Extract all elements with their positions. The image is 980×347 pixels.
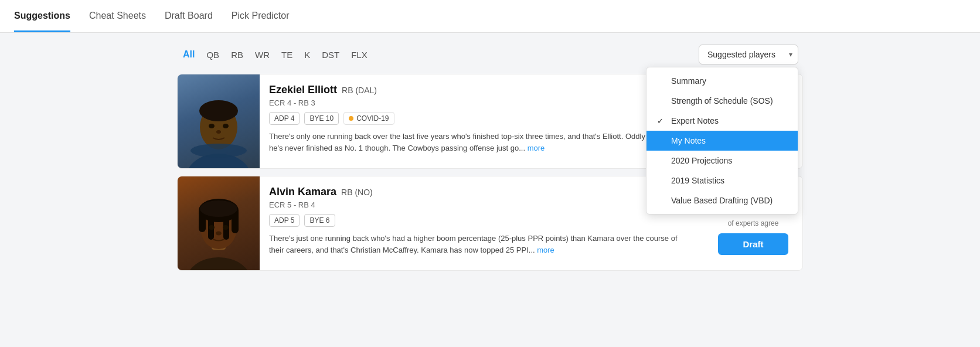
draft-button-alvin[interactable]: Draft xyxy=(718,233,788,255)
badges-ezekiel: ADP 4 BYE 10 COVID-19 xyxy=(269,112,695,125)
check-icon-summary xyxy=(657,77,666,86)
covid-dot-icon xyxy=(349,116,353,121)
badge-bye-ezekiel: BYE 10 xyxy=(304,112,339,125)
check-icon-statistics xyxy=(657,176,666,185)
dropdown-item-sos[interactable]: Strength of Schedule (SOS) xyxy=(646,91,798,111)
pos-filter-rb[interactable]: RB xyxy=(230,47,244,62)
pos-filter-dst[interactable]: DST xyxy=(321,47,341,62)
pos-filter-qb[interactable]: QB xyxy=(205,47,220,62)
badge-adp-ezekiel: ADP 4 xyxy=(269,112,300,125)
suggested-players-dropdown-wrapper: Suggested players ▾ Summary Strength of … xyxy=(699,45,798,64)
suggested-players-select[interactable]: Suggested players xyxy=(699,45,798,64)
pos-filter-all[interactable]: All xyxy=(182,47,196,62)
dropdown-item-my-notes[interactable]: My Notes xyxy=(646,131,798,151)
svg-point-16 xyxy=(200,200,237,217)
player-blurb-alvin: There's just one running back who's had … xyxy=(269,233,679,256)
svg-point-17 xyxy=(209,225,215,230)
badge-adp-alvin: ADP 5 xyxy=(269,214,300,227)
check-icon-projections xyxy=(657,157,666,165)
player-photo-ezekiel xyxy=(178,74,260,168)
check-icon-expert-notes: ✓ xyxy=(657,117,666,125)
player-info-ezekiel: Ezekiel Elliott RB (DAL) ECR 4 - RB 3 AD… xyxy=(260,74,704,168)
svg-point-6 xyxy=(216,130,221,134)
position-filters: All QB RB WR TE K DST FLX xyxy=(182,47,369,62)
player-name-alvin: Alvin Kamara xyxy=(269,186,336,198)
dropdown-item-expert-notes[interactable]: ✓ Expert Notes xyxy=(646,111,798,131)
filter-bar: All QB RB WR TE K DST FLX Suggested play… xyxy=(177,45,803,64)
badge-covid-ezekiel: COVID-19 xyxy=(343,112,394,125)
nav-item-draft-board[interactable]: Draft Board xyxy=(165,0,213,32)
svg-point-5 xyxy=(223,124,229,128)
check-icon-vbd xyxy=(657,196,666,205)
nav-item-cheat-sheets[interactable]: Cheat Sheets xyxy=(89,0,146,32)
player-name-row-alvin: Alvin Kamara RB (NO) xyxy=(269,186,695,198)
nav-item-pick-predictor[interactable]: Pick Predictor xyxy=(232,0,290,32)
nav-bar: Suggestions Cheat Sheets Draft Board Pic… xyxy=(0,0,980,33)
player-info-alvin: Alvin Kamara RB (NO) ECR 5 - RB 4 ADP 5 … xyxy=(260,176,704,270)
svg-point-8 xyxy=(186,257,251,270)
experts-label-alvin: of experts agree xyxy=(728,219,779,227)
dropdown-item-statistics[interactable]: 2019 Statistics xyxy=(646,171,798,190)
nav-item-suggestions[interactable]: Suggestions xyxy=(14,0,70,32)
player-ecr-alvin: ECR 5 - RB 4 xyxy=(269,200,695,209)
player-ecr-ezekiel: ECR 4 - RB 3 xyxy=(269,98,695,107)
player-pos-team-alvin: RB (NO) xyxy=(341,188,373,197)
svg-point-19 xyxy=(216,232,222,236)
pos-filter-wr[interactable]: WR xyxy=(254,47,271,62)
ezekiel-photo-svg xyxy=(178,74,260,168)
dropdown-item-vbd[interactable]: Value Based Drafting (VBD) xyxy=(646,190,798,210)
svg-point-4 xyxy=(209,124,215,128)
dropdown-item-projections[interactable]: 2020 Projections xyxy=(646,151,798,171)
alvin-photo-svg xyxy=(178,176,260,270)
player-blurb-ezekiel: There's only one running back over the l… xyxy=(269,131,679,154)
player-pos-team-ezekiel: RB (DAL) xyxy=(342,86,377,95)
check-icon-my-notes xyxy=(657,137,666,145)
pos-filter-te[interactable]: TE xyxy=(280,47,294,62)
pos-filter-flx[interactable]: FLX xyxy=(350,47,369,62)
player-name-row-ezekiel: Ezekiel Elliott RB (DAL) xyxy=(269,84,695,96)
dropdown-menu: Summary Strength of Schedule (SOS) ✓ Exp… xyxy=(646,67,798,215)
player-name-ezekiel: Ezekiel Elliott xyxy=(269,84,337,96)
more-link-alvin[interactable]: more xyxy=(537,246,554,254)
svg-point-3 xyxy=(199,100,238,121)
check-icon-sos xyxy=(657,97,666,106)
dropdown-item-summary[interactable]: Summary xyxy=(646,71,798,91)
svg-point-7 xyxy=(190,144,247,158)
svg-point-18 xyxy=(223,225,229,230)
badge-bye-alvin: BYE 6 xyxy=(304,214,335,227)
player-photo-alvin xyxy=(178,176,260,270)
pos-filter-k[interactable]: K xyxy=(303,47,311,62)
badges-alvin: ADP 5 BYE 6 xyxy=(269,214,695,227)
main-content: All QB RB WR TE K DST FLX Suggested play… xyxy=(168,33,812,290)
more-link-ezekiel[interactable]: more xyxy=(528,144,545,152)
